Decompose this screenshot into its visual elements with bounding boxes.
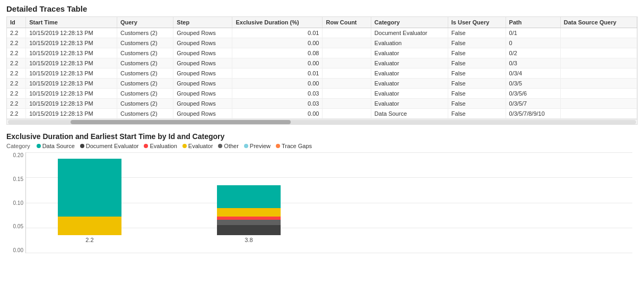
cell-4: 0.01 [232, 28, 323, 38]
cell-1: 10/15/2019 12:28:13 PM [26, 28, 117, 38]
table-row[interactable]: 2.210/15/2019 12:28:13 PMCustomers (2)Gr… [7, 58, 637, 68]
cell-1: 10/15/2019 12:28:13 PM [26, 58, 117, 68]
cell-8: 0/2 [506, 48, 560, 58]
cell-2: Customers (2) [117, 58, 173, 68]
cell-8: 0 [506, 38, 560, 48]
cell-9 [560, 68, 637, 79]
cell-1: 10/15/2019 12:28:13 PM [26, 99, 117, 109]
cell-7: False [448, 28, 506, 38]
bar-group: 3.8 [217, 185, 281, 243]
cell-6: Evaluator [371, 99, 448, 109]
chart-area: 0.200.150.100.050.00 2.23.8 [6, 152, 638, 264]
table-row[interactable]: 2.210/15/2019 12:28:13 PMCustomers (2)Gr… [7, 99, 637, 109]
cell-6: Evaluator [371, 68, 448, 79]
chart-legend: Category Data SourceDocument EvaluatorEv… [6, 143, 638, 149]
scrollbar-thumb[interactable] [71, 120, 290, 124]
col-header-path[interactable]: Path [506, 17, 560, 28]
cell-0: 2.2 [7, 109, 26, 119]
table-row[interactable]: 2.210/15/2019 12:28:13 PMCustomers (2)Gr… [7, 28, 637, 38]
bar-segment-evaluator [217, 208, 281, 217]
chart-plot: 2.23.8 [25, 152, 632, 253]
traces-table: IdStart TimeQueryStepExclusive Duration … [7, 17, 637, 119]
cell-0: 2.2 [7, 68, 26, 79]
bar-x-label: 2.2 [85, 237, 93, 243]
cell-4: 0.01 [232, 68, 323, 79]
cell-4: 0.00 [232, 58, 323, 68]
legend-dot [276, 144, 280, 148]
legend-item-other: Other [218, 143, 239, 149]
cell-0: 2.2 [7, 48, 26, 58]
legend-item-label: Other [224, 143, 239, 149]
cell-8: 0/3/5/7 [506, 99, 560, 109]
cell-2: Customers (2) [117, 38, 173, 48]
table-row[interactable]: 2.210/15/2019 12:28:13 PMCustomers (2)Gr… [7, 109, 637, 119]
cell-3: Grouped Rows [173, 48, 232, 58]
cell-0: 2.2 [7, 79, 26, 89]
cell-1: 10/15/2019 12:28:13 PM [26, 109, 117, 119]
horizontal-scrollbar[interactable] [8, 120, 636, 124]
col-header-is_user_query[interactable]: Is User Query [448, 17, 506, 28]
stacked-bar [58, 159, 121, 235]
legend-item-label: Trace Gaps [282, 143, 312, 149]
table-row[interactable]: 2.210/15/2019 12:28:13 PMCustomers (2)Gr… [7, 38, 637, 48]
cell-3: Grouped Rows [173, 68, 232, 79]
bar-segment-document_evaluator [217, 225, 281, 235]
cell-9 [560, 89, 637, 99]
legend-dot [218, 144, 222, 148]
legend-item-label: Document Evaluator [86, 143, 139, 149]
stacked-bar [217, 185, 281, 235]
cell-7: False [448, 89, 506, 99]
bars-container: 2.23.8 [26, 152, 632, 243]
legend-item-evaluator: Evaluator [182, 143, 213, 149]
cell-5 [323, 79, 371, 89]
chart-section: Exclusive Duration and Earliest Start Ti… [6, 132, 638, 264]
table-row[interactable]: 2.210/15/2019 12:28:13 PMCustomers (2)Gr… [7, 89, 637, 99]
table-row[interactable]: 2.210/15/2019 12:28:13 PMCustomers (2)Gr… [7, 68, 637, 79]
y-axis-label: 0.15 [13, 176, 23, 182]
col-header-start_time[interactable]: Start Time [26, 17, 117, 28]
cell-9 [560, 109, 637, 119]
col-header-row_count[interactable]: Row Count [323, 17, 371, 28]
col-header-query[interactable]: Query [117, 17, 173, 28]
cell-6: Evaluation [371, 38, 448, 48]
legend-item-label: Evaluator [188, 143, 213, 149]
legend-item-document_evaluator: Document Evaluator [80, 143, 139, 149]
cell-6: Evaluator [371, 79, 448, 89]
cell-4: 0.03 [232, 89, 323, 99]
bar-x-label: 3.8 [245, 237, 253, 243]
cell-3: Grouped Rows [173, 38, 232, 48]
cell-8: 0/3/5 [506, 79, 560, 89]
table-scroll[interactable]: IdStart TimeQueryStepExclusive Duration … [7, 17, 637, 119]
scrollbar-area[interactable] [7, 119, 637, 124]
cell-9 [560, 99, 637, 109]
bar-segment-evaluator [58, 217, 121, 235]
legend-dot [182, 144, 187, 148]
cell-5 [323, 58, 371, 68]
cell-9 [560, 28, 637, 38]
cell-9 [560, 38, 637, 48]
cell-5 [323, 99, 371, 109]
cell-3: Grouped Rows [173, 89, 232, 99]
cell-0: 2.2 [7, 89, 26, 99]
col-header-exclusive_duration____[interactable]: Exclusive Duration (%) [232, 17, 323, 28]
col-header-category[interactable]: Category [371, 17, 448, 28]
cell-7: False [448, 58, 506, 68]
legend-item-label: Evaluation [150, 143, 177, 149]
table-row[interactable]: 2.210/15/2019 12:28:13 PMCustomers (2)Gr… [7, 48, 637, 58]
cell-2: Customers (2) [117, 79, 173, 89]
col-header-id[interactable]: Id [7, 17, 26, 28]
col-header-step[interactable]: Step [173, 17, 232, 28]
cell-5 [323, 48, 371, 58]
cell-9 [560, 58, 637, 68]
table-row[interactable]: 2.210/15/2019 12:28:13 PMCustomers (2)Gr… [7, 79, 637, 89]
cell-4: 0.00 [232, 38, 323, 48]
bar-group: 2.2 [58, 159, 121, 243]
cell-4: 0.00 [232, 109, 323, 119]
col-header-data_source_query[interactable]: Data Source Query [560, 17, 637, 28]
cell-8: 0/3/5/7/8/9/10 [506, 109, 560, 119]
cell-5 [323, 89, 371, 99]
legend-item-trace_gaps: Trace Gaps [276, 143, 312, 149]
legend-item-evaluation: Evaluation [144, 143, 177, 149]
cell-6: Evaluator [371, 58, 448, 68]
bar-segment-data_source [58, 159, 121, 217]
